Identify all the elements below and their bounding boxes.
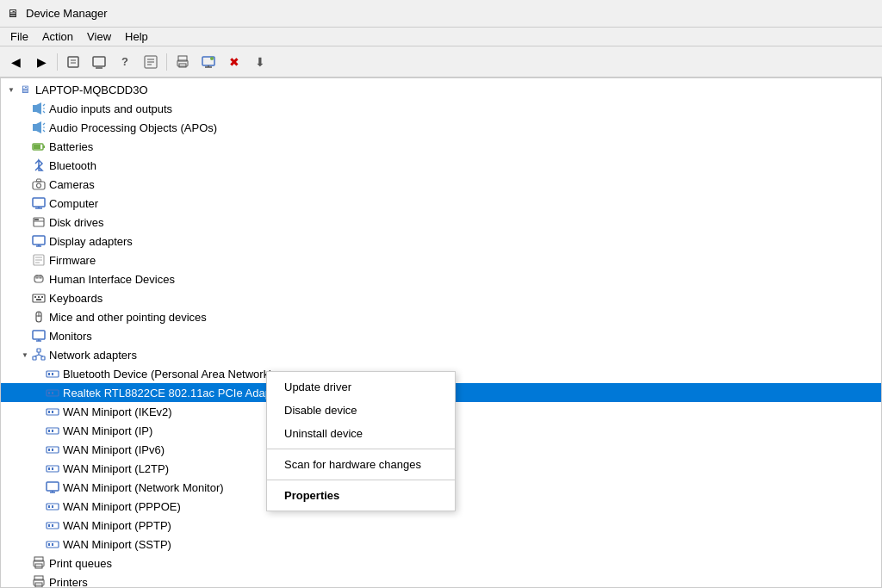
context-menu-item[interactable]: Properties — [267, 484, 455, 507]
tree-item[interactable]: Human Interface Devices — [1, 269, 881, 288]
svg-rect-16 — [33, 105, 36, 112]
item-label: Monitors — [49, 330, 92, 343]
svg-rect-94 — [48, 524, 50, 527]
tree-item[interactable]: Monitors — [1, 326, 881, 345]
tree-item[interactable]: WAN Miniport (SSTP) — [1, 535, 881, 554]
title-bar: 🖥 Device Manager — [0, 0, 882, 28]
svg-line-23 — [43, 123, 45, 125]
svg-rect-77 — [52, 411, 53, 413]
context-menu-item[interactable]: Disable device — [267, 399, 455, 422]
expand-root[interactable] — [4, 83, 18, 96]
tree-item[interactable]: Batteries — [1, 137, 881, 156]
item-icon — [32, 121, 46, 134]
svg-rect-50 — [36, 275, 38, 278]
svg-marker-22 — [36, 121, 41, 133]
item-icon — [32, 575, 46, 587]
remove-driver-button[interactable]: ✖ — [222, 50, 246, 74]
item-icon — [32, 253, 46, 267]
menu-help[interactable]: Help — [118, 28, 155, 45]
scan-hardware-button[interactable]: ⬇ — [248, 50, 272, 74]
item-label: Realtek RTL8822CE 802.11ac PCIe Adapter — [63, 387, 284, 399]
svg-rect-98 — [52, 543, 53, 546]
item-icon — [32, 234, 46, 248]
svg-rect-74 — [52, 392, 53, 394]
item-label: Bluetooth — [49, 159, 96, 172]
svg-rect-51 — [40, 275, 41, 278]
svg-rect-97 — [48, 543, 50, 546]
svg-rect-95 — [52, 524, 53, 527]
item-label: Computer — [49, 197, 98, 210]
help-button[interactable]: ? — [113, 50, 137, 74]
item-label: Network adapters — [49, 349, 137, 362]
menu-bar: File Action View Help — [0, 28, 882, 46]
tree-item[interactable]: Printers — [1, 573, 881, 587]
svg-rect-92 — [52, 505, 53, 508]
item-label: Display adapters — [49, 235, 133, 248]
item-icon — [46, 537, 59, 551]
svg-rect-36 — [33, 198, 45, 207]
item-icon — [46, 405, 59, 418]
tree-item[interactable]: Disk drives — [1, 213, 881, 232]
context-menu-item[interactable]: Uninstall device — [267, 422, 455, 445]
update-driver-button[interactable] — [87, 50, 111, 74]
main-area: 🖥 LAPTOP-MQBCDD3O Audio inputs and outpu… — [0, 77, 882, 588]
svg-line-68 — [39, 355, 43, 356]
tree-root[interactable]: 🖥 LAPTOP-MQBCDD3O — [1, 80, 881, 99]
item-icon — [46, 367, 59, 381]
menu-view[interactable]: View — [80, 28, 118, 45]
svg-rect-64 — [33, 356, 36, 360]
svg-line-67 — [34, 355, 39, 356]
svg-rect-87 — [47, 482, 59, 491]
root-icon: 🖥 — [18, 83, 32, 96]
properties-button[interactable] — [61, 50, 85, 74]
tree-item[interactable]: Print queues — [1, 554, 881, 573]
details-button[interactable] — [139, 50, 163, 74]
svg-rect-56 — [36, 299, 41, 300]
svg-rect-71 — [52, 373, 53, 375]
tree-item[interactable]: Firmware — [1, 251, 881, 269]
svg-rect-21 — [33, 124, 36, 131]
svg-rect-55 — [41, 296, 43, 298]
context-menu-item[interactable]: Update driver — [267, 375, 455, 399]
tree-item[interactable]: Network adapters — [1, 345, 881, 364]
tree-item[interactable]: Display adapters — [1, 232, 881, 251]
scan-computer-button[interactable] — [196, 50, 220, 74]
tree-item[interactable]: Mice and other pointing devices — [1, 307, 881, 326]
svg-point-15 — [210, 57, 214, 60]
item-icon — [32, 272, 46, 286]
menu-file[interactable]: File — [3, 28, 35, 45]
expand-icon[interactable] — [18, 348, 32, 362]
tree-item[interactable]: Bluetooth — [1, 156, 881, 175]
item-label: Audio inputs and outputs — [49, 102, 172, 115]
tree-item[interactable]: Cameras — [1, 175, 881, 194]
item-icon — [46, 424, 59, 437]
item-label: Batteries — [49, 140, 93, 153]
back-button[interactable]: ◀ — [3, 50, 28, 74]
menu-action[interactable]: Action — [35, 28, 80, 45]
svg-marker-30 — [39, 167, 42, 170]
item-label: Mice and other pointing devices — [49, 311, 207, 324]
item-label: WAN Miniport (IKEv2) — [63, 405, 172, 418]
forward-button[interactable]: ▶ — [29, 50, 53, 74]
svg-rect-0 — [68, 57, 78, 67]
tree-item[interactable]: Audio Processing Objects (APOs) — [1, 118, 881, 137]
tree-item[interactable]: Computer — [1, 194, 881, 213]
item-label: Audio Processing Objects (APOs) — [49, 121, 217, 134]
item-label: WAN Miniport (Network Monitor) — [63, 481, 224, 494]
item-label: Cameras — [49, 178, 95, 191]
svg-rect-86 — [52, 467, 53, 470]
svg-rect-82 — [48, 449, 50, 451]
context-menu-item[interactable]: Scan for hardware changes — [267, 453, 455, 476]
item-icon — [46, 480, 59, 494]
item-icon — [32, 139, 46, 153]
item-label: WAN Miniport (IP) — [63, 424, 152, 437]
svg-rect-65 — [41, 356, 45, 360]
print-button[interactable] — [171, 50, 195, 74]
item-icon — [46, 443, 59, 456]
tree-item[interactable]: WAN Miniport (PPTP) — [1, 516, 881, 535]
svg-rect-60 — [33, 331, 45, 339]
tree-item[interactable]: Audio inputs and outputs — [1, 99, 881, 118]
tree-item[interactable]: Keyboards — [1, 288, 881, 307]
item-label: WAN Miniport (IPv6) — [63, 443, 165, 456]
tree-children: Audio inputs and outputsAudio Processing… — [1, 99, 881, 587]
